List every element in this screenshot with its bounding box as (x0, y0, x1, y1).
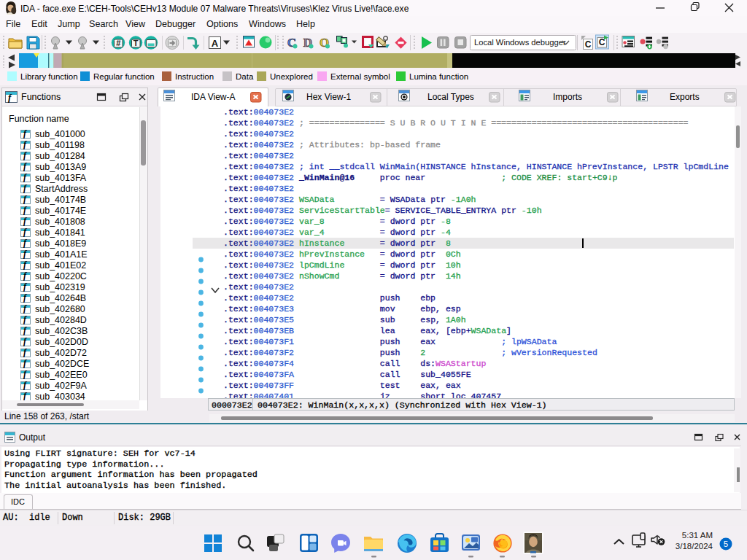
svg-text:A: A (212, 38, 219, 49)
svg-text:T: T (133, 39, 139, 47)
svg-text:5: 5 (724, 540, 728, 548)
svg-text:Local Windows debugger: Local Windows debugger (474, 38, 566, 47)
svg-text:#: # (116, 39, 120, 47)
svg-text:C: C (585, 39, 592, 50)
